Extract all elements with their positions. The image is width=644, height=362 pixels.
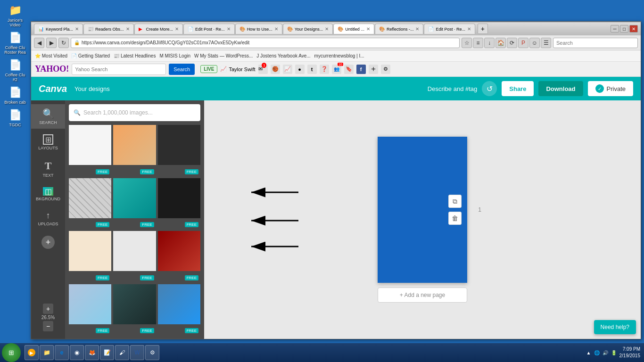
template-item-6[interactable]: FREE [158, 178, 200, 230]
tray-network[interactable]: 🌐 [594, 350, 600, 355]
taskbar-media-player[interactable]: ▶ [25, 345, 39, 360]
tab-reflections[interactable]: 🎨 Reflections -... ✕ [375, 24, 424, 34]
start-button[interactable]: ⊞ [2, 343, 21, 362]
address-bar[interactable]: 🔒 https://www.canva.com/design/DABJIif8U… [71, 38, 460, 48]
refresh-button[interactable]: ↻ [58, 38, 69, 48]
new-tab-button[interactable]: + [478, 24, 488, 34]
describe-tag-text[interactable]: Describe and #tag [428, 85, 478, 92]
zoom-out-button[interactable]: − [43, 321, 53, 331]
private-button[interactable]: ✓ Private [588, 81, 633, 96]
need-help-button[interactable]: Need help? [594, 320, 636, 334]
close-tab-your-designs[interactable]: ✕ [325, 26, 329, 32]
bookmark-mystats[interactable]: W My Stats — WordPress... [194, 53, 253, 58]
canva-logo[interactable]: Canva [39, 83, 67, 94]
template-item-10[interactable]: FREE [69, 284, 111, 336]
share-button[interactable]: Share [502, 81, 534, 96]
help-icon[interactable]: ❓ [320, 65, 329, 74]
taskbar-ie[interactable]: e [55, 345, 69, 360]
broken-cab-icon[interactable]: 📄 Broken cab [2, 84, 28, 106]
close-tab-reflections[interactable]: ✕ [415, 26, 419, 32]
bookmark-icon-y[interactable]: 🔖 [344, 65, 354, 74]
template-item-3[interactable]: FREE [158, 125, 200, 176]
flickr-icon[interactable]: ● [295, 65, 305, 74]
taskbar-chrome[interactable]: ◉ [70, 345, 84, 360]
tab-keyword[interactable]: 📊 Keyword Pla... ✕ [34, 24, 83, 34]
bookmark-jostens[interactable]: J Jostens Yearbook Ave... [256, 53, 310, 58]
reader-button[interactable]: ≡ [473, 38, 483, 48]
tab-edit-post[interactable]: 📄 Edit Post · Re... ✕ [183, 24, 235, 34]
tab-your-designs[interactable]: 🎨 Your Designs... ✕ [283, 24, 333, 34]
taskbar-notepad[interactable]: 📝 [100, 345, 114, 360]
sidebar-item-layouts[interactable]: ⊞ LAYOUTS [31, 131, 65, 154]
tumblr-icon[interactable]: t [307, 65, 317, 74]
taylor-swift-item[interactable]: 📈 Taylor Swift [220, 66, 255, 72]
settings-icon[interactable]: ⚙ [381, 65, 390, 74]
image-search-box[interactable]: 🔍 Search 1,000,000 images... [69, 104, 200, 121]
close-tab-how-to[interactable]: ✕ [274, 26, 278, 32]
tray-battery[interactable]: 🔋 [611, 350, 617, 355]
close-tab-keyword[interactable]: ✕ [75, 26, 79, 32]
close-tab-create[interactable]: ✕ [175, 26, 179, 32]
tab-how-to[interactable]: 🎨 How to Use... ✕ [235, 24, 282, 34]
taskbar-explorer[interactable]: 📁 [40, 345, 54, 360]
taskbar-paint[interactable]: 🖌 [115, 345, 129, 360]
close-button[interactable]: ✕ [629, 25, 638, 33]
tab-readers[interactable]: 📰 Readers Obs... ✕ [83, 24, 134, 34]
add-element-button[interactable]: + [41, 236, 55, 249]
sports-icon[interactable]: 🏀 [271, 65, 280, 74]
star-button[interactable]: ☆ [462, 38, 472, 48]
pinterest-button[interactable]: P [518, 38, 528, 48]
bookmark-most-visited[interactable]: ⭐ Most Visited [35, 53, 67, 58]
coffee-club-roster-icon[interactable]: 📄 Coffee Clu Roster Rea [2, 29, 28, 56]
emoji-button[interactable]: ☺ [529, 38, 540, 48]
tab-create[interactable]: ▶ Create More... ✕ [134, 24, 183, 34]
zoom-in-button[interactable]: + [43, 304, 53, 314]
taskbar-wheel[interactable]: ⚙ [145, 345, 159, 360]
add-page-button[interactable]: + Add a new page [378, 288, 467, 303]
close-tab-edit-post-2[interactable]: ✕ [467, 26, 471, 32]
people-icon[interactable]: 👥 10 [332, 65, 341, 74]
bookmark-mycurrent[interactable]: mycurrentnewsblog | I... [314, 53, 364, 58]
undo-button[interactable]: ↺ [482, 81, 497, 96]
tray-volume[interactable]: 🔊 [603, 350, 608, 355]
finance-icon[interactable]: 📈 [283, 65, 292, 74]
tab-edit-post-2[interactable]: 📄 Edit Post · Re... ✕ [424, 24, 475, 34]
menu-button[interactable]: ☰ [541, 38, 551, 48]
forward-button[interactable]: ▶ [46, 38, 57, 48]
template-item-1[interactable]: FREE [69, 125, 111, 176]
back-button[interactable]: ◀ [34, 38, 44, 48]
coffee-club-icon[interactable]: 📄 Coffee Clu#2 [2, 57, 28, 83]
taskbar-word[interactable]: W [130, 345, 144, 360]
janice-video-icon[interactable]: 📁 Janice'sVideo [2, 2, 28, 28]
bookmark-getting-started[interactable]: 📄 Getting Started [71, 53, 110, 58]
bookmark-latest-headlines[interactable]: 📰 Latest Headlines [114, 53, 156, 58]
template-item-7[interactable]: FREE [69, 231, 111, 282]
mail-icon[interactable]: ✉ 1 [258, 65, 268, 74]
minimize-button[interactable]: ─ [611, 25, 619, 33]
maximize-button[interactable]: □ [620, 25, 628, 33]
close-tab-readers[interactable]: ✕ [126, 26, 130, 32]
download-icon[interactable]: ↓ [484, 38, 495, 48]
yahoo-search-input[interactable] [72, 64, 166, 75]
close-tab-untitled[interactable]: ✕ [366, 26, 370, 32]
tab-untitled[interactable]: 🎨 Untitled ... ✕ [333, 24, 374, 34]
tray-expand[interactable]: ▲ [586, 350, 591, 355]
copy-tool-button[interactable]: ⧉ [448, 195, 462, 208]
template-item-2[interactable]: FREE [113, 125, 156, 176]
template-item-11[interactable]: FREE [113, 284, 156, 336]
taskbar-firefox[interactable]: 🦊 [85, 345, 99, 360]
sidebar-item-search[interactable]: 🔍 SEARCH [31, 104, 65, 129]
template-item-8[interactable]: FREE [113, 231, 156, 282]
sidebar-item-background[interactable]: ◫ BKGROUND [31, 183, 65, 205]
your-designs-link[interactable]: Your designs [74, 85, 110, 92]
browser-search-input[interactable] [553, 38, 638, 48]
template-item-9[interactable]: FREE [158, 231, 200, 282]
yahoo-search-button[interactable]: Search [169, 64, 195, 75]
trash-tool-button[interactable]: 🗑 [448, 212, 462, 225]
template-item-5[interactable]: FREE [113, 178, 156, 230]
facebook-icon[interactable]: f [356, 65, 366, 74]
sync-button[interactable]: ⟳ [507, 38, 517, 48]
tgdc-icon[interactable]: 📄 TGDC [2, 107, 28, 128]
bookmark-misis[interactable]: M MISIS Login [159, 53, 190, 58]
taskbar-clock[interactable]: 7:09 PM 2/19/2015 [619, 346, 641, 359]
